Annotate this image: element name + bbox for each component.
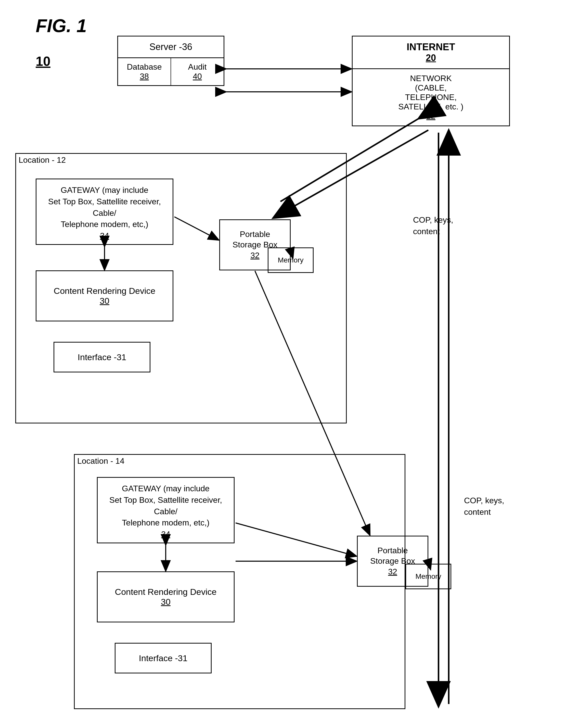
interface-14-box: Interface -31 (115, 643, 212, 673)
audit-num: 40 (175, 72, 220, 81)
cop-label-2: COP, keys, content (464, 495, 504, 518)
network-num: 22 (357, 111, 504, 121)
memory-14-box: Memory (405, 564, 451, 589)
memory-12-label: Memory (278, 256, 303, 264)
network-label: NETWORK (CABLE, TELEPHONE, SATELLITE, et… (357, 74, 504, 111)
network-section: NETWORK (CABLE, TELEPHONE, SATELLITE, et… (353, 69, 509, 126)
memory-12-box: Memory (268, 248, 313, 273)
internet-label: INTERNET (358, 42, 504, 53)
psb-12-label: Portable Storage Box (232, 229, 277, 250)
interface-12-box: Interface -31 (54, 342, 150, 372)
crd-14-label: Content Rendering Device (115, 587, 217, 597)
crd-12-label: Content Rendering Device (54, 286, 156, 296)
interface-14-label: Interface -31 (139, 653, 188, 663)
server-bottom: Database 38 Audit 40 (118, 58, 224, 85)
interface-12-label: Interface -31 (78, 352, 127, 362)
gateway-14-label: GATEWAY (may include Set Top Box, Sattel… (103, 483, 229, 528)
server-box: Server -36 Database 38 Audit 40 (117, 36, 224, 86)
location-14-label: Location - 14 (77, 456, 125, 466)
database-section: Database 38 (118, 58, 171, 85)
system-label: 10 (36, 54, 51, 69)
server-label: Server -36 (118, 36, 224, 58)
cop-label-1: COP, keys, content (413, 214, 453, 237)
gateway-12-num: 34 (42, 230, 167, 241)
database-num: 38 (122, 72, 166, 81)
gateway-12-box: GATEWAY (may include Set Top Box, Sattel… (36, 179, 173, 245)
internet-section: INTERNET 20 (353, 36, 509, 69)
internet-num: 20 (358, 53, 504, 63)
psb-12-num: 32 (250, 250, 259, 261)
location-12-label: Location - 12 (19, 155, 66, 165)
psb-14-label: Portable Storage Box (370, 545, 415, 567)
figure-title: FIG. 1 (36, 15, 87, 36)
memory-14-label: Memory (415, 572, 441, 580)
gateway-14-box: GATEWAY (may include Set Top Box, Sattel… (97, 477, 235, 543)
internet-network-box: INTERNET 20 NETWORK (CABLE, TELEPHONE, S… (352, 36, 510, 126)
gateway-12-label: GATEWAY (may include Set Top Box, Sattel… (42, 184, 167, 230)
crd-14-num: 30 (161, 597, 171, 607)
audit-label: Audit (175, 62, 220, 72)
crd-12-num: 30 (100, 296, 109, 306)
psb-14-num: 32 (388, 567, 397, 577)
crd-12-box: Content Rendering Device 30 (36, 270, 173, 321)
database-label: Database (122, 62, 166, 72)
audit-section: Audit 40 (171, 58, 224, 85)
crd-14-box: Content Rendering Device 30 (97, 571, 235, 622)
gateway-14-num: 34 (103, 528, 229, 540)
